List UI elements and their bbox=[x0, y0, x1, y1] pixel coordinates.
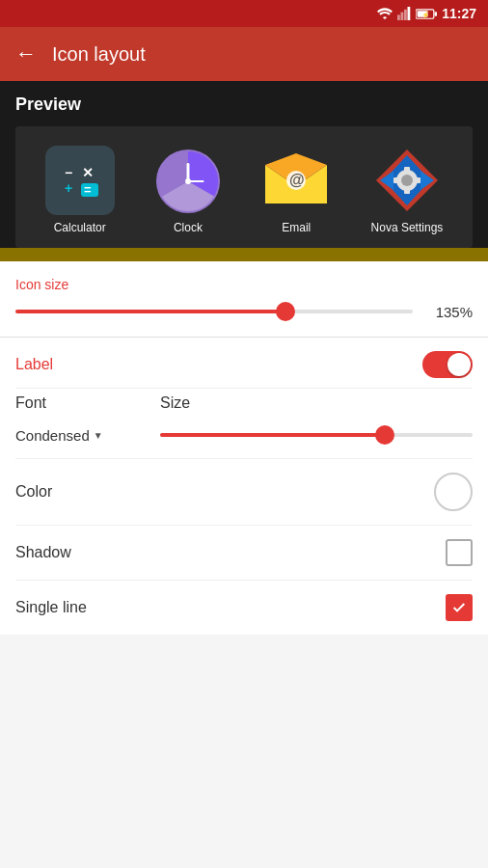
font-label: Font bbox=[15, 394, 160, 412]
nova-icon-item: Nova Settings bbox=[371, 146, 444, 234]
color-label: Color bbox=[15, 483, 52, 501]
font-size-track bbox=[160, 433, 473, 437]
svg-point-27 bbox=[401, 175, 413, 186]
signal-icon bbox=[397, 7, 411, 20]
svg-text:✕: ✕ bbox=[82, 165, 94, 180]
font-dropdown-row: Condensed ▼ bbox=[15, 421, 473, 458]
calculator-icon: − ✕ + = bbox=[45, 146, 115, 215]
status-bar: ⚡ 11:27 bbox=[0, 0, 488, 27]
font-size-slider[interactable] bbox=[160, 425, 473, 445]
icon-size-slider-row: 135% bbox=[15, 302, 473, 321]
color-row: Color bbox=[15, 459, 473, 525]
preview-icons-area: − ✕ + = Calculator bbox=[15, 126, 473, 248]
font-size-row: Font Size bbox=[15, 389, 473, 421]
font-dropdown[interactable]: Condensed ▼ bbox=[15, 427, 160, 444]
shadow-row: Shadow bbox=[15, 526, 473, 580]
email-icon: @ bbox=[261, 146, 331, 215]
calculator-icon-item: − ✕ + = Calculator bbox=[45, 146, 115, 234]
status-icons: ⚡ 11:27 bbox=[377, 6, 476, 21]
font-dropdown-text: Condensed bbox=[15, 427, 90, 444]
clock-label: Clock bbox=[174, 221, 203, 234]
svg-text:=: = bbox=[84, 182, 92, 197]
svg-rect-6 bbox=[435, 12, 437, 16]
clock-icon-item: Clock bbox=[154, 148, 222, 234]
svg-text:+: + bbox=[65, 180, 72, 196]
svg-text:−: − bbox=[65, 165, 72, 180]
svg-rect-3 bbox=[408, 7, 411, 20]
icon-size-title: Icon size bbox=[15, 277, 473, 292]
battery-icon: ⚡ bbox=[416, 8, 437, 20]
clock-icon bbox=[154, 148, 222, 215]
svg-rect-28 bbox=[404, 167, 410, 173]
singleline-row: Single line bbox=[15, 581, 473, 635]
font-size-thumb[interactable] bbox=[375, 425, 394, 445]
svg-rect-29 bbox=[404, 188, 410, 194]
preview-section: Preview − ✕ + = Calculator bbox=[0, 81, 488, 248]
svg-rect-30 bbox=[393, 177, 399, 183]
toggle-thumb bbox=[447, 353, 471, 376]
svg-rect-1 bbox=[401, 13, 404, 20]
back-button[interactable]: ← bbox=[15, 41, 37, 67]
shadow-checkbox[interactable] bbox=[446, 539, 473, 566]
singleline-label: Single line bbox=[15, 599, 87, 616]
email-label: Email bbox=[282, 221, 311, 234]
size-label: Size bbox=[160, 394, 190, 412]
status-time: 11:27 bbox=[442, 6, 476, 21]
singleline-checkbox[interactable] bbox=[446, 594, 473, 621]
label-title: Label bbox=[15, 356, 53, 373]
icon-size-value: 135% bbox=[424, 304, 473, 320]
icon-size-track bbox=[15, 310, 413, 313]
color-picker[interactable] bbox=[434, 473, 473, 511]
svg-rect-2 bbox=[404, 10, 407, 20]
label-section: Label Font Size Condensed ▼ Color Shadow bbox=[0, 338, 488, 635]
settings-section: Icon size 135% bbox=[0, 261, 488, 338]
icon-size-fill bbox=[15, 310, 285, 313]
wifi-icon bbox=[377, 7, 393, 20]
svg-rect-0 bbox=[397, 14, 400, 20]
email-icon-item: @ Email bbox=[261, 146, 331, 234]
icon-size-slider-container[interactable] bbox=[15, 302, 413, 321]
preview-bottom-bg bbox=[0, 248, 488, 261]
label-toggle[interactable] bbox=[422, 351, 473, 378]
dropdown-arrow-icon: ▼ bbox=[94, 430, 103, 441]
label-header: Label bbox=[15, 338, 473, 388]
nova-label: Nova Settings bbox=[371, 221, 444, 234]
calculator-label: Calculator bbox=[54, 221, 106, 234]
icon-size-thumb[interactable] bbox=[276, 302, 295, 321]
icon-size-group: Icon size 135% bbox=[15, 261, 473, 337]
svg-text:⚡: ⚡ bbox=[421, 10, 430, 18]
font-size-fill bbox=[160, 433, 385, 437]
nova-settings-icon bbox=[372, 146, 442, 215]
app-bar: ← Icon layout bbox=[0, 27, 488, 81]
svg-text:@: @ bbox=[289, 172, 305, 188]
shadow-label: Shadow bbox=[15, 544, 71, 561]
preview-label: Preview bbox=[15, 95, 473, 115]
svg-rect-31 bbox=[415, 177, 420, 183]
app-bar-title: Icon layout bbox=[52, 43, 146, 66]
